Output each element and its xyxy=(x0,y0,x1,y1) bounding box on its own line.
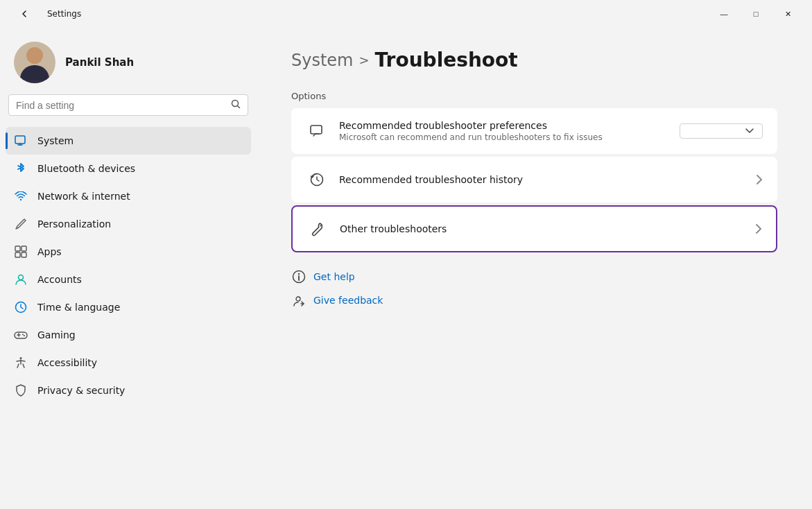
svg-point-7 xyxy=(19,275,24,280)
accessibility-icon xyxy=(14,356,28,370)
svg-point-2 xyxy=(20,199,21,200)
svg-rect-4 xyxy=(21,246,26,251)
sidebar-item-time-label: Time & language xyxy=(37,302,120,313)
sidebar-item-network[interactable]: Network & internet xyxy=(6,182,251,210)
time-icon xyxy=(14,300,28,314)
sidebar-item-privacy-label: Privacy & security xyxy=(37,385,125,396)
accounts-icon xyxy=(14,273,28,286)
sidebar-item-accounts[interactable]: Accounts xyxy=(6,266,251,293)
avatar-image xyxy=(14,42,55,83)
svg-point-11 xyxy=(24,335,25,336)
svg-rect-1 xyxy=(15,136,25,144)
give-feedback-link[interactable]: Give feedback xyxy=(291,293,777,308)
wrench-icon xyxy=(306,218,329,240)
window-controls: — □ ✕ xyxy=(708,3,804,25)
svg-point-16 xyxy=(298,273,300,275)
user-name: Pankil Shah xyxy=(65,56,134,69)
breadcrumb-parent[interactable]: System xyxy=(291,51,354,70)
svg-rect-6 xyxy=(21,252,26,257)
recommended-prefs-dropdown[interactable] xyxy=(680,123,763,139)
apps-icon xyxy=(14,245,28,259)
svg-rect-13 xyxy=(311,126,322,134)
privacy-icon xyxy=(14,383,28,397)
sidebar-item-gaming-label: Gaming xyxy=(37,329,76,340)
svg-point-10 xyxy=(22,334,24,336)
get-help-label: Get help xyxy=(313,271,355,282)
sidebar-item-bluetooth-label: Bluetooth & devices xyxy=(37,163,135,174)
get-help-link[interactable]: Get help xyxy=(291,269,777,284)
option-action-recommended-prefs xyxy=(680,123,763,139)
search-box[interactable] xyxy=(8,94,248,116)
system-icon xyxy=(14,134,28,148)
sidebar-item-network-label: Network & internet xyxy=(37,191,130,202)
search-icon xyxy=(231,99,241,111)
avatar-head xyxy=(26,47,43,64)
option-action-recommended-history xyxy=(756,174,763,185)
sidebar-item-personalization[interactable]: Personalization xyxy=(6,210,251,238)
sidebar-item-accessibility[interactable]: Accessibility xyxy=(6,349,251,377)
chat-icon xyxy=(306,120,328,142)
get-help-icon xyxy=(291,269,306,284)
avatar-body xyxy=(20,65,49,83)
option-card-recommended-history[interactable]: Recommended troubleshooter history xyxy=(291,157,777,202)
close-button[interactable]: ✕ xyxy=(772,3,804,25)
sidebar-item-apps[interactable]: Apps xyxy=(6,238,251,266)
personalization-icon xyxy=(14,217,28,231)
svg-rect-9 xyxy=(15,332,27,338)
option-desc-recommended-prefs: Microsoft can recommend and run troubles… xyxy=(339,132,668,142)
bluetooth-icon xyxy=(14,162,28,175)
search-container xyxy=(0,94,257,124)
nav-items: System Bluetooth & devices xyxy=(0,124,257,509)
option-card-recommended-prefs[interactable]: Recommended troubleshooter preferences M… xyxy=(291,108,777,154)
search-input[interactable] xyxy=(16,100,225,111)
gaming-icon xyxy=(14,328,28,342)
sidebar-item-gaming[interactable]: Gaming xyxy=(6,321,251,349)
breadcrumb-separator: > xyxy=(359,53,370,67)
give-feedback-label: Give feedback xyxy=(313,295,383,306)
svg-rect-5 xyxy=(15,252,20,257)
option-title-other-troubleshooters: Other troubleshooters xyxy=(340,223,744,234)
svg-point-12 xyxy=(20,357,22,359)
option-card-other-troubleshooters[interactable]: Other troubleshooters xyxy=(291,205,777,252)
give-feedback-icon xyxy=(291,293,306,308)
avatar xyxy=(14,42,55,83)
svg-point-17 xyxy=(296,297,300,301)
content-area: System > Troubleshoot Options Recommende… xyxy=(257,28,812,509)
section-label: Options xyxy=(291,91,777,101)
sidebar-item-time[interactable]: Time & language xyxy=(6,293,251,321)
user-profile[interactable]: Pankil Shah xyxy=(0,28,257,94)
options-list: Recommended troubleshooter preferences M… xyxy=(291,108,777,252)
sidebar-item-personalization-label: Personalization xyxy=(37,218,111,230)
option-title-recommended-history: Recommended troubleshooter history xyxy=(339,174,745,185)
breadcrumb: System > Troubleshoot xyxy=(291,49,777,71)
title-bar: Settings — □ ✕ xyxy=(0,0,812,28)
option-text-recommended-prefs: Recommended troubleshooter preferences M… xyxy=(339,120,668,142)
sidebar-item-privacy[interactable]: Privacy & security xyxy=(6,377,251,404)
sidebar-item-system-label: System xyxy=(37,135,74,146)
back-button[interactable] xyxy=(8,3,40,25)
maximize-button[interactable]: □ xyxy=(740,3,772,25)
option-title-recommended-prefs: Recommended troubleshooter preferences xyxy=(339,120,668,131)
sidebar-item-accounts-label: Accounts xyxy=(37,274,82,285)
sidebar-item-apps-label: Apps xyxy=(37,246,62,257)
breadcrumb-current: Troubleshoot xyxy=(375,49,518,71)
option-action-other-troubleshooters xyxy=(755,223,762,234)
sidebar-item-system[interactable]: System xyxy=(6,127,251,155)
svg-rect-3 xyxy=(15,246,20,251)
sidebar-item-bluetooth[interactable]: Bluetooth & devices xyxy=(6,155,251,182)
app-body: Pankil Shah xyxy=(0,28,812,509)
sidebar: Pankil Shah xyxy=(0,28,257,509)
option-text-recommended-history: Recommended troubleshooter history xyxy=(339,174,745,185)
links-section: Get help Give feedback xyxy=(291,269,777,308)
sidebar-item-accessibility-label: Accessibility xyxy=(37,357,97,368)
minimize-button[interactable]: — xyxy=(708,3,740,25)
network-icon xyxy=(14,189,28,203)
history-icon xyxy=(306,169,328,191)
app-title: Settings xyxy=(47,9,81,19)
title-bar-left: Settings xyxy=(0,3,81,25)
option-text-other-troubleshooters: Other troubleshooters xyxy=(340,223,744,234)
